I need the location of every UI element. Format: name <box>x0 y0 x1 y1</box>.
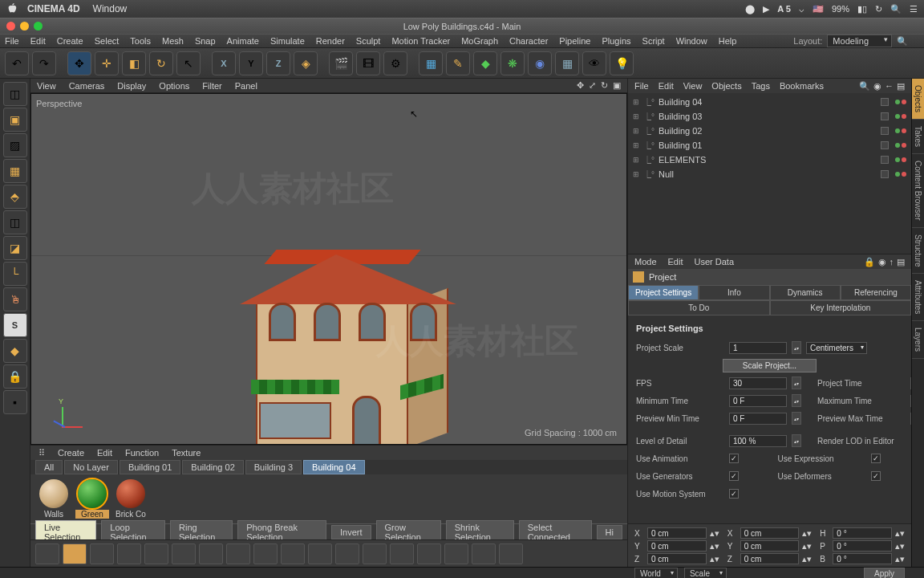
menu-help[interactable]: Help <box>719 36 737 46</box>
bt-12[interactable] <box>335 543 359 564</box>
visibility-dots[interactable] <box>895 100 906 104</box>
redo-button[interactable]: ↷ <box>32 51 56 75</box>
expand-icon[interactable]: ⊞ <box>633 112 642 120</box>
object-elements[interactable]: ⊞⎿°ELEMENTS <box>633 153 906 167</box>
coord-X-value[interactable]: 0 cm <box>740 527 800 539</box>
workplane[interactable]: ◆ <box>3 339 27 363</box>
attr-tab-info[interactable]: Info <box>699 285 769 300</box>
axis-x-toggle[interactable]: X <box>212 51 236 75</box>
bt-17[interactable] <box>472 543 496 564</box>
menu-snap[interactable]: Snap <box>195 36 216 46</box>
coord-apply-button[interactable]: Apply <box>864 568 905 579</box>
coord-X-value[interactable]: 0 cm <box>647 527 707 539</box>
coord-Y-value[interactable]: 0 cm <box>647 540 707 552</box>
om-menu-bookmarks[interactable]: Bookmarks <box>780 81 824 91</box>
add-light[interactable]: 💡 <box>610 51 634 75</box>
polygon-mode[interactable]: ◪ <box>3 236 27 260</box>
coord-world-select[interactable]: World <box>634 568 678 579</box>
add-nurbs[interactable]: ◆ <box>473 51 497 75</box>
spinner[interactable]: ▴▾ <box>802 528 812 538</box>
om-menu-tags[interactable]: Tags <box>752 81 770 91</box>
menu-tools[interactable]: Tools <box>130 36 151 46</box>
spinner[interactable]: ▴▾ <box>802 541 812 551</box>
material-brick-co[interactable]: Brick Co <box>114 479 148 519</box>
menu-script[interactable]: Script <box>642 36 665 46</box>
vp-menu-panel[interactable]: Panel <box>235 81 257 91</box>
expand-icon[interactable]: ⊞ <box>633 156 642 164</box>
prop-preview-min-time-input[interactable]: 0 F <box>729 413 787 425</box>
object-building-01[interactable]: ⊞⎿°Building 01 <box>633 138 906 153</box>
material-green[interactable]: Green <box>75 479 109 519</box>
expand-icon[interactable]: ⊞ <box>633 127 642 135</box>
menu-mesh[interactable]: Mesh <box>162 36 184 46</box>
viewport[interactable]: Perspective Grid Spacing : 1000 cm ↖ Y 人… <box>30 93 627 445</box>
object-building-04[interactable]: ⊞⎿°Building 04 <box>633 95 906 109</box>
mac-menu-window[interactable]: Window <box>93 3 128 14</box>
object-building-02[interactable]: ⊞⎿°Building 02 <box>633 124 906 138</box>
status-search-icon[interactable]: 🔍 <box>890 4 902 14</box>
coord-Z-value[interactable]: 0 cm <box>740 553 800 564</box>
object-null[interactable]: ⊞⎿°Null <box>633 167 906 181</box>
attr-up-icon[interactable]: ↑ <box>890 257 894 267</box>
side-tab-attributes[interactable]: Attributes <box>912 274 924 321</box>
expand-icon[interactable]: ⊞ <box>633 98 642 106</box>
vp-menu-display[interactable]: Display <box>117 81 146 91</box>
make-editable[interactable]: ◫ <box>3 82 27 106</box>
select-tool[interactable]: ✥ <box>67 51 91 75</box>
attr-lock-icon[interactable]: 🔒 <box>864 257 875 267</box>
bt-3[interactable] <box>90 543 114 564</box>
spinner[interactable]: ▴▾ <box>792 394 801 407</box>
coord-P-value[interactable]: 0 ° <box>833 540 892 552</box>
attr-tab-dynamics[interactable]: Dynamics <box>770 285 841 300</box>
sel-invert[interactable]: Invert <box>331 525 371 539</box>
chk-use-animation[interactable]: ✓ <box>729 454 739 463</box>
spinner[interactable]: ▴▾ <box>802 554 812 564</box>
close-window-button[interactable] <box>6 22 15 31</box>
menu-mograph[interactable]: MoGraph <box>461 36 498 46</box>
mat-tab-all[interactable]: All <box>35 460 63 474</box>
side-tab-takes[interactable]: Takes <box>912 120 924 154</box>
chk-use-motion-system[interactable]: ✓ <box>729 489 739 499</box>
om-menu-edit[interactable]: Edit <box>659 81 674 91</box>
sel-hi[interactable]: Hi <box>597 525 622 539</box>
edge-mode[interactable]: ◫ <box>3 210 27 234</box>
side-tab-content-browser[interactable]: Content Browser <box>912 154 924 227</box>
axis-z-toggle[interactable]: Z <box>266 51 290 75</box>
coord-H-value[interactable]: 0 ° <box>833 527 892 539</box>
visibility-dots[interactable] <box>895 157 906 162</box>
tweak-mode[interactable]: 🖱 <box>3 287 27 311</box>
spinner[interactable]: ▴▾ <box>895 554 905 564</box>
vp-menu-options[interactable]: Options <box>159 81 189 91</box>
bt-7[interactable] <box>199 543 223 564</box>
menu-file[interactable]: File <box>5 36 19 46</box>
project-scale-spinner[interactable]: ▴▾ <box>792 341 801 354</box>
mat-tab-no-layer[interactable]: No Layer <box>64 460 118 474</box>
bt-18[interactable] <box>499 543 523 564</box>
layer-chk[interactable] <box>881 112 889 120</box>
chk-use-expression[interactable]: ✓ <box>871 454 881 463</box>
add-pen[interactable]: ✎ <box>446 51 470 75</box>
move-tool[interactable]: ✛ <box>95 51 119 75</box>
menu-render[interactable]: Render <box>316 36 345 46</box>
add-environment[interactable]: ▦ <box>555 51 579 75</box>
visibility-dots[interactable] <box>895 172 906 177</box>
workplane-mode[interactable]: ▦ <box>3 159 27 183</box>
add-cube[interactable]: ▦ <box>419 51 443 75</box>
layer-chk[interactable] <box>881 141 889 149</box>
coord-scale-select[interactable]: Scale <box>684 568 727 579</box>
mat-tab-building-01[interactable]: Building 01 <box>120 460 180 474</box>
object-building-03[interactable]: ⊞⎿°Building 03 <box>633 109 906 124</box>
layer-chk[interactable] <box>881 170 889 178</box>
chk-use-deformers[interactable]: ✓ <box>871 471 881 481</box>
mat-menu-create[interactable]: Create <box>58 448 84 458</box>
vp-rotate-icon[interactable]: ↻ <box>601 80 608 91</box>
visibility-dots[interactable] <box>895 114 906 119</box>
coord-Z-value[interactable]: 0 cm <box>647 553 707 564</box>
bt-1[interactable] <box>35 543 59 564</box>
attr-tab-key-interpolation[interactable]: Key Interpolation <box>770 300 912 315</box>
vp-menu-cameras[interactable]: Cameras <box>69 81 105 91</box>
search-icon[interactable]: 🔍 <box>897 36 908 47</box>
om-eye-icon[interactable]: ◉ <box>873 81 881 92</box>
axis-y-toggle[interactable]: Y <box>239 51 263 75</box>
status-menu-icon[interactable]: ☰ <box>910 4 918 14</box>
